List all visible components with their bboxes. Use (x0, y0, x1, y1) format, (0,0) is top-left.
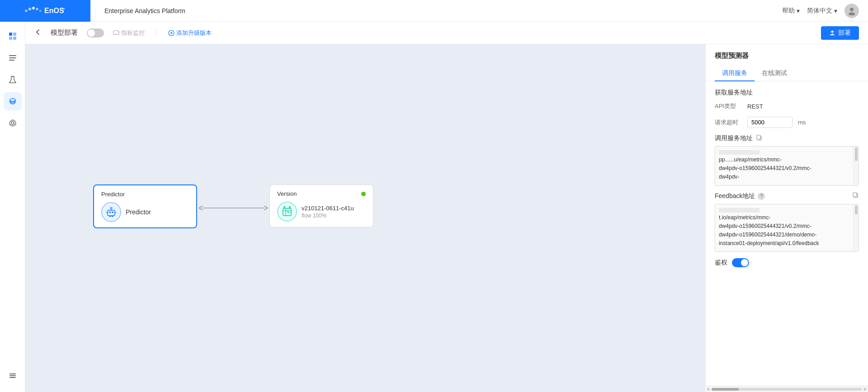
svg-rect-13 (9, 55, 16, 56)
svg-point-41 (283, 206, 285, 208)
svg-point-1 (28, 8, 31, 10)
deploy-button[interactable]: 部署 (821, 26, 859, 40)
call-address-blurred (719, 150, 760, 155)
svg-rect-29 (109, 212, 111, 213)
auth-label: 鉴权 (715, 259, 727, 267)
call-address-textbox: pp......u/eap/metrics/mmc- dw4pdv-o15960… (715, 146, 859, 186)
predictor-robot-icon (105, 206, 117, 218)
tab-online-test[interactable]: 在线测试 (755, 66, 794, 81)
feedback-address-blurred (719, 208, 760, 213)
version-node[interactable]: Version v210121-0611-c41u (269, 184, 373, 227)
panel-hscrollbar[interactable] (705, 386, 868, 392)
service-address-title: 获取服务地址 (715, 89, 859, 97)
user-icon (847, 6, 856, 15)
add-version-button[interactable]: 添加升级版本 (168, 29, 212, 37)
sidebar-item-home[interactable] (4, 27, 22, 45)
hscrollbar-track (712, 388, 862, 391)
api-type-row: API类型 REST (715, 102, 859, 110)
toolbar: 模型部署 指标监控 | 添加升级版本 部署 (25, 22, 868, 44)
diagram-area: Predictor Predict (25, 44, 705, 392)
sidebar-item-menu[interactable] (4, 367, 22, 385)
svg-rect-15 (9, 60, 14, 61)
copy-icon (756, 135, 763, 141)
sidebar-item-analytics[interactable] (4, 49, 22, 67)
right-panel: 模型预测器 调用服务 在线测试 获取服务地址 API类型 REST 请求超时 m… (705, 44, 868, 392)
svg-rect-14 (9, 57, 16, 58)
svg-point-4 (39, 10, 41, 12)
vscroll-call-address[interactable] (853, 146, 859, 185)
svg-point-18 (11, 122, 14, 124)
analytics-icon (8, 53, 17, 62)
version-status-dot (361, 192, 366, 196)
version-id: v210121-0611-c41u (302, 205, 354, 212)
panel-tabs: 调用服务 在线测试 (706, 66, 868, 81)
panel-title: 模型预测器 (706, 44, 868, 66)
svg-rect-9 (9, 33, 12, 36)
sidebar-item-settings[interactable] (4, 114, 22, 132)
feedback-address-text: t.io/eap/metrics/mmc- dw4pdv-o1596002544… (719, 213, 855, 248)
svg-rect-36 (112, 216, 113, 217)
svg-rect-10 (13, 33, 16, 36)
vscroll-thumb-feedback (855, 205, 858, 214)
language-button[interactable]: 简体中文 ▾ (807, 7, 837, 15)
deployment-icon (8, 96, 18, 106)
call-address-label: 调用服务地址 (715, 134, 859, 142)
timeout-unit: ms (798, 119, 806, 126)
monitor-icon (113, 30, 119, 36)
left-sidebar (0, 22, 25, 392)
svg-point-7 (850, 8, 854, 11)
vscroll-feedback-address[interactable] (853, 204, 859, 252)
copy-feedback-button[interactable] (853, 192, 859, 200)
version-metrics-icon (281, 206, 293, 217)
back-button[interactable] (34, 28, 42, 38)
tab-call-service[interactable]: 调用服务 (715, 66, 755, 81)
help-button[interactable]: 帮助 ▾ (782, 7, 800, 15)
timeout-row: 请求超时 ms (715, 117, 859, 128)
enos-logo: EnOS ™ (23, 5, 68, 17)
toggle-switch[interactable] (87, 28, 104, 38)
feedback-address-textbox: t.io/eap/metrics/mmc- dw4pdv-o1596002544… (715, 204, 859, 252)
page-title: 模型部署 (51, 28, 78, 37)
feedback-help-icon[interactable]: ? (758, 193, 765, 200)
predictor-node-label: Predictor (126, 208, 151, 216)
chevron-down-icon: ▾ (834, 7, 837, 14)
plus-circle-icon (168, 30, 175, 36)
hscrollbar-thumb (712, 388, 739, 391)
upload-icon (829, 30, 835, 36)
version-flow: flow 100% (302, 213, 354, 219)
svg-rect-38 (283, 208, 291, 216)
copy-call-address-button[interactable] (756, 135, 763, 142)
svg-rect-46 (853, 193, 857, 197)
version-node-header: Version (277, 190, 366, 197)
avatar[interactable] (844, 4, 859, 18)
panel-content: 获取服务地址 API类型 REST 请求超时 ms 调用服务地址 (706, 81, 868, 274)
copy-icon-feedback (853, 192, 859, 198)
flask-icon (8, 75, 17, 84)
timeout-input[interactable] (747, 117, 793, 128)
main-canvas: Predictor Predict (25, 44, 705, 392)
svg-point-42 (289, 206, 291, 208)
svg-rect-21 (9, 377, 16, 378)
sidebar-item-deployment[interactable] (4, 92, 22, 110)
version-node-body: v210121-0611-c41u flow 100% (277, 202, 366, 222)
svg-rect-30 (112, 212, 113, 213)
api-type-value: REST (747, 103, 763, 110)
call-address-text: pp......u/eap/metrics/mmc- dw4pdv-o15960… (719, 156, 855, 182)
svg-point-8 (849, 12, 855, 15)
predictor-node[interactable]: Predictor Predict (93, 184, 197, 228)
feedback-label: Feedback地址 ? (715, 192, 859, 200)
svg-rect-20 (9, 375, 16, 376)
version-icon-circle (277, 202, 297, 222)
svg-rect-19 (9, 373, 16, 374)
arrow-svg (198, 203, 269, 213)
toolbar-separator: | (156, 29, 157, 37)
svg-point-17 (10, 99, 15, 101)
back-icon (34, 28, 42, 36)
auth-toggle[interactable] (732, 258, 749, 267)
chevron-down-icon: ▾ (797, 7, 800, 14)
sidebar-item-experiment[interactable] (4, 71, 22, 89)
version-title: Version (277, 190, 297, 197)
svg-point-0 (25, 9, 28, 12)
timeout-label: 请求超时 (715, 118, 742, 127)
api-type-label: API类型 (715, 102, 742, 110)
